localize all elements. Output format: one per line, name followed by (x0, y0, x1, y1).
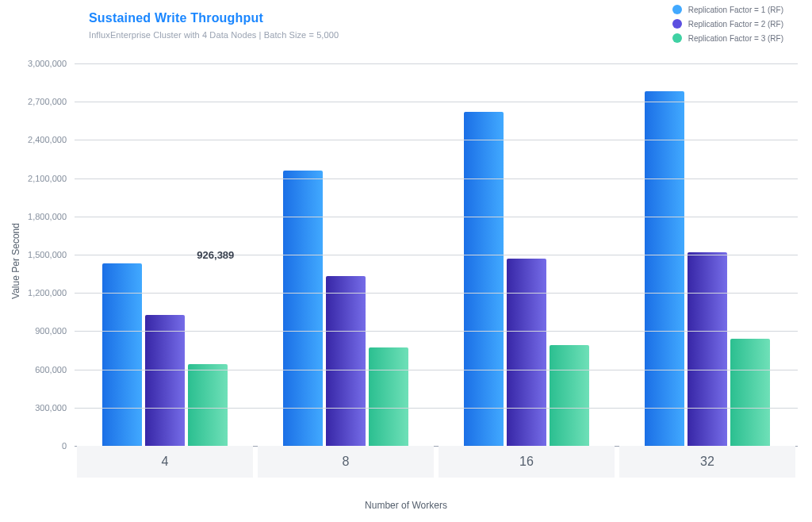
legend-item: Replication Factor = 2 (RF) (672, 19, 783, 29)
legend-swatch (672, 19, 682, 29)
y-tick-label: 600,000 (35, 365, 67, 374)
y-tick-label: 1,200,000 (28, 288, 67, 297)
plot-area: 0300,000600,000900,0001,200,0001,500,000… (75, 63, 798, 446)
x-tick-label: 4 (77, 446, 253, 478)
chart-legend: Replication Factor = 1 (RF)Replication F… (672, 5, 783, 43)
gridline (75, 408, 798, 409)
bar-rf2 (688, 252, 727, 446)
bar-rf1 (645, 91, 684, 446)
y-tick-label: 2,100,000 (28, 174, 67, 183)
chart-container: Sustained Write Throughput InfluxEnterpr… (0, 0, 812, 522)
legend-swatch (672, 5, 682, 14)
y-tick-label: 2,400,000 (28, 135, 67, 144)
x-axis-label: Number of Workers (365, 500, 447, 511)
bar-rf2 (145, 315, 185, 446)
x-tick-label: 16 (439, 446, 615, 478)
bar-rf3 (550, 345, 589, 446)
bar-rf1 (283, 171, 323, 446)
gridline (75, 140, 798, 140)
bar-rf3 (369, 347, 408, 446)
legend-label: Replication Factor = 1 (RF) (688, 6, 783, 14)
gridline (75, 331, 798, 332)
y-tick-label: 2,700,000 (28, 97, 67, 106)
gridline (75, 178, 798, 179)
legend-item: Replication Factor = 1 (RF) (672, 5, 783, 14)
bar-rf3 (730, 339, 770, 446)
x-tick-row: 481632 (75, 446, 798, 478)
bar-rf2 (507, 259, 546, 446)
bar-rf2 (326, 276, 366, 446)
gridline (75, 63, 798, 64)
legend-label: Replication Factor = 3 (RF) (688, 34, 783, 43)
y-tick-label: 0 (62, 441, 67, 451)
y-tick-label: 900,000 (35, 326, 67, 336)
y-tick-label: 1,800,000 (28, 212, 67, 221)
legend-swatch (672, 33, 682, 43)
x-tick-label: 8 (258, 446, 434, 478)
bar-rf1 (102, 263, 142, 446)
gridline (75, 102, 798, 102)
data-label: 926,389 (197, 249, 234, 261)
gridline (75, 293, 798, 294)
gridline (75, 370, 798, 370)
y-tick-label: 1,500,000 (28, 250, 67, 259)
y-tick-label: 3,000,000 (28, 59, 67, 68)
gridline (75, 255, 798, 255)
y-axis-label: Value Per Second (10, 223, 21, 299)
y-tick-label: 300,000 (35, 403, 67, 413)
gridline (75, 217, 798, 217)
bar-rf1 (464, 112, 504, 446)
x-tick-label: 32 (619, 446, 795, 478)
bar-rf3 (188, 364, 228, 446)
legend-label: Replication Factor = 2 (RF) (688, 20, 783, 29)
legend-item: Replication Factor = 3 (RF) (672, 33, 783, 43)
